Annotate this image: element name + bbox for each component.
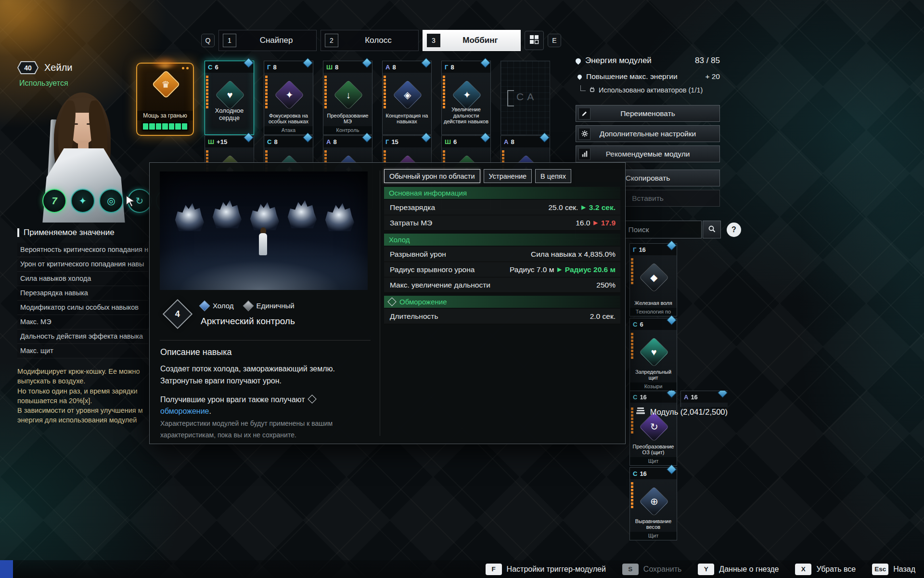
tab-Снайпер[interactable]: 1Снайпер — [218, 30, 317, 51]
module-card[interactable]: Г16◆Железная воляТехнология по — [629, 243, 677, 316]
skill-tag[interactable]: Обычный урон по области — [384, 169, 480, 183]
special-focus-icon: ✦ — [274, 80, 304, 110]
enhance-pip — [631, 506, 633, 508]
module-cost: 8 — [392, 64, 396, 71]
enhance-pip — [631, 418, 633, 420]
enhance-pip — [206, 76, 208, 78]
enhance-pip — [443, 82, 445, 85]
enhance-pip — [443, 154, 445, 156]
module-card[interactable]: C6♥Холодное сердце — [205, 61, 254, 135]
button-additional-settings[interactable]: Дополнительные настройки — [576, 125, 720, 142]
orb-icon[interactable]: ◎ — [99, 189, 123, 213]
tab-number-badge: 3 — [427, 34, 440, 47]
mp-convert-icon: ↓ — [333, 80, 363, 110]
skill-tag[interactable]: В цепях — [535, 169, 571, 183]
tab-Моббинг[interactable]: 3Моббинг — [423, 30, 521, 51]
empty-module-slot[interactable]: CA — [500, 61, 550, 135]
enhance-pip — [265, 150, 268, 153]
single-target-icon — [243, 300, 254, 311]
module-card[interactable]: Г8✦Фокусировка на особых навыкахАтака — [264, 61, 313, 135]
stat-row: Разрывной уронСила навыка x 4,835.0% — [384, 247, 620, 262]
hotkey-f[interactable]: FНастройки триггер-модулей — [486, 564, 606, 575]
enhance-pips — [384, 76, 386, 108]
stat-value: 25.0 сек.▶3.2 сек. — [548, 203, 616, 212]
module-energy-row: Энергия модулей 83 / 85 — [576, 56, 720, 66]
character-name: Хейли — [44, 62, 72, 73]
enhance-pip — [631, 275, 633, 277]
module-cost: 6 — [215, 64, 218, 71]
frost-creature — [323, 201, 354, 231]
enhance-pip — [206, 150, 208, 153]
module-name: Концентрация на навыках — [384, 113, 430, 125]
trigger-module-card[interactable]: ♛ Мощь за гранью — [136, 63, 194, 136]
help-button[interactable]: ? — [727, 223, 741, 237]
stat-section-title: Холод — [389, 236, 410, 244]
module-card[interactable]: C6♥Запредельный щитКозыри — [629, 318, 677, 391]
header-accent-bar — [17, 228, 19, 237]
tab-number-badge: 2 — [325, 34, 338, 47]
enhance-pip — [631, 350, 633, 352]
beam-icon[interactable]: ✦ — [71, 189, 95, 213]
enhance-pip — [631, 265, 633, 267]
socket-type-icon: Г — [445, 64, 448, 71]
enhance-pip — [631, 353, 633, 355]
module-card[interactable]: Ш8↓Преобразование МЭКонтроль — [323, 61, 372, 135]
upgrade-arrow-icon: ▶ — [557, 266, 561, 273]
module-card[interactable]: А8◈Концентрация на навыках — [382, 61, 432, 135]
frost-creature — [211, 198, 242, 228]
enhance-pip — [265, 103, 268, 105]
loadout-grid-button[interactable] — [525, 31, 544, 50]
hotkey-esc[interactable]: EscНазад — [872, 564, 915, 575]
module-card[interactable]: Г8✦Увеличение дальности действия навыков — [441, 61, 491, 135]
tab-label: Моббинг — [440, 36, 520, 45]
module-name: Увеличение дальности действия навыков — [443, 106, 489, 125]
socket-type-icon: Ш — [445, 138, 451, 145]
slot-bracket — [507, 90, 514, 106]
module-cost: 16 — [640, 394, 646, 401]
tab-label: Колосс — [338, 36, 418, 45]
enhance-pip — [384, 106, 386, 108]
enhance-pip — [384, 89, 386, 92]
module-card[interactable]: C16⊕Выравнивание весовЩит — [629, 467, 677, 540]
level-pip — [175, 123, 180, 130]
search-button[interactable] — [703, 221, 721, 238]
stat-section-title: Основная информация — [389, 189, 467, 197]
enhance-pip — [443, 86, 445, 88]
key-cap-esc: Esc — [872, 564, 888, 575]
tab-Колосс[interactable]: 2Колосс — [321, 30, 419, 51]
socket-type-icon: C — [208, 64, 212, 71]
enhance-pip — [206, 79, 208, 81]
module-card[interactable]: А16 — [680, 391, 728, 407]
icon-glyph: ↻ — [650, 421, 658, 433]
skill-tag[interactable]: Устранение — [484, 169, 532, 183]
trigger-module-name: Мощь за гранью — [137, 111, 193, 120]
module-cost: 8 — [511, 138, 514, 145]
description-line: Затронутые враги получают урон. — [160, 375, 374, 387]
hotkey-s: SСохранить — [622, 564, 682, 575]
enhance-pips — [631, 482, 633, 508]
frostbite-link[interactable]: обморожение — [160, 407, 209, 415]
applied-value-row: Макс. МЭ — [17, 315, 148, 329]
frost-rune-icon[interactable]: 7 — [42, 189, 66, 213]
enhance-pips — [324, 76, 327, 108]
loadout-tab-bar: Q 1Снайпер2Колосс3Моббинг E — [201, 30, 561, 51]
button-recommended-modules[interactable]: Рекомендуемые модули — [576, 145, 720, 162]
hotkey-x[interactable]: XУбрать все — [795, 564, 856, 575]
enhance-pip — [631, 268, 633, 271]
enhance-pip — [384, 157, 386, 159]
button-rename[interactable]: Переименовать — [576, 105, 720, 122]
socket-type-icon: А — [504, 138, 508, 145]
unsaved-warning-note: Характеристики модулей не будут применен… — [160, 418, 333, 441]
description-line: Но только один раз, и время зарядки — [17, 386, 148, 396]
enhance-pip — [206, 103, 208, 105]
frostbite-icon — [387, 297, 396, 306]
enhance-pips — [443, 76, 445, 108]
enhance-pip — [631, 346, 633, 349]
stat-label: Перезарядка — [390, 203, 435, 212]
applied-value-row: Макс. щит — [17, 344, 148, 358]
cost-dot — [182, 67, 184, 69]
stat-value-part: 16.0 — [576, 219, 590, 227]
hotkey-y[interactable]: YДанные о гнезде — [698, 564, 779, 575]
module-card[interactable]: C16 — [629, 391, 677, 407]
hotkey-label: Настройки триггер-модулей — [507, 565, 606, 574]
